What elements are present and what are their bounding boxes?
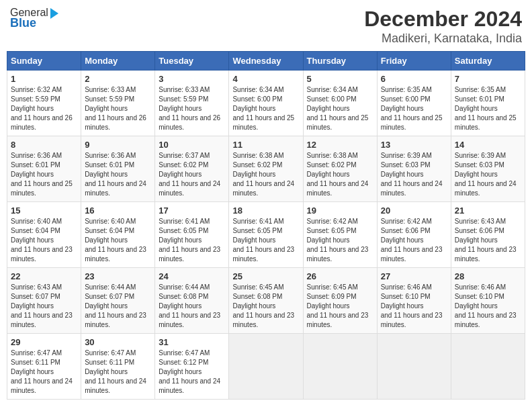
calendar-cell: 17 Sunrise: 6:41 AM Sunset: 6:05 PM Dayl…	[155, 202, 229, 268]
calendar-cell: 26 Sunrise: 6:45 AM Sunset: 6:09 PM Dayl…	[303, 268, 377, 334]
calendar-week-2: 8 Sunrise: 6:36 AM Sunset: 6:01 PM Dayli…	[7, 136, 525, 202]
title-block: December 2024 Madikeri, Karnataka, India	[364, 7, 522, 46]
logo-blue-text: Blue	[10, 16, 36, 30]
calendar-cell	[451, 334, 525, 400]
page-header: General Blue December 2024 Madikeri, Kar…	[7, 7, 525, 46]
calendar-cell: 20 Sunrise: 6:42 AM Sunset: 6:06 PM Dayl…	[377, 202, 451, 268]
location-title: Madikeri, Karnataka, India	[364, 32, 522, 46]
logo: General Blue	[10, 7, 58, 30]
calendar-cell: 2 Sunrise: 6:33 AM Sunset: 5:59 PM Dayli…	[81, 71, 155, 136]
day-number: 1	[11, 74, 77, 84]
calendar-cell: 10 Sunrise: 6:37 AM Sunset: 6:02 PM Dayl…	[155, 136, 229, 202]
month-title: December 2024	[364, 7, 522, 32]
day-info: Sunrise: 6:36 AM Sunset: 6:01 PM Dayligh…	[11, 151, 77, 198]
calendar-week-3: 15 Sunrise: 6:40 AM Sunset: 6:04 PM Dayl…	[7, 202, 525, 268]
day-number: 2	[85, 74, 151, 84]
day-number: 4	[232, 74, 299, 84]
day-number: 16	[85, 205, 151, 216]
day-info: Sunrise: 6:33 AM Sunset: 5:59 PM Dayligh…	[159, 85, 225, 132]
day-number: 15	[11, 205, 77, 216]
calendar-cell: 22 Sunrise: 6:43 AM Sunset: 6:07 PM Dayl…	[7, 268, 81, 334]
calendar-cell: 23 Sunrise: 6:44 AM Sunset: 6:07 PM Dayl…	[81, 268, 155, 334]
day-number: 21	[455, 205, 521, 216]
calendar-cell: 15 Sunrise: 6:40 AM Sunset: 6:04 PM Dayl…	[7, 202, 81, 268]
calendar-cell: 31 Sunrise: 6:47 AM Sunset: 6:12 PM Dayl…	[155, 334, 229, 400]
day-number: 28	[455, 271, 521, 281]
day-info: Sunrise: 6:47 AM Sunset: 6:11 PM Dayligh…	[11, 349, 77, 396]
day-number: 14	[455, 140, 521, 150]
calendar-week-5: 29 Sunrise: 6:47 AM Sunset: 6:11 PM Dayl…	[7, 334, 525, 400]
calendar-table: SundayMondayTuesdayWednesdayThursdayFrid…	[7, 51, 525, 400]
day-info: Sunrise: 6:33 AM Sunset: 5:59 PM Dayligh…	[85, 85, 151, 132]
calendar-cell	[229, 334, 303, 400]
calendar-header-row: SundayMondayTuesdayWednesdayThursdayFrid…	[7, 52, 525, 71]
day-info: Sunrise: 6:44 AM Sunset: 6:07 PM Dayligh…	[85, 283, 151, 330]
day-info: Sunrise: 6:38 AM Sunset: 6:02 PM Dayligh…	[232, 151, 299, 198]
day-number: 8	[11, 140, 77, 150]
day-number: 18	[232, 205, 299, 216]
calendar-cell: 1 Sunrise: 6:32 AM Sunset: 5:59 PM Dayli…	[7, 71, 81, 136]
calendar-cell: 28 Sunrise: 6:46 AM Sunset: 6:10 PM Dayl…	[451, 268, 525, 334]
day-info: Sunrise: 6:34 AM Sunset: 6:00 PM Dayligh…	[307, 85, 373, 132]
day-info: Sunrise: 6:44 AM Sunset: 6:08 PM Dayligh…	[159, 283, 225, 330]
day-number: 10	[159, 140, 225, 150]
calendar-cell	[303, 334, 377, 400]
calendar-cell: 30 Sunrise: 6:47 AM Sunset: 6:11 PM Dayl…	[81, 334, 155, 400]
day-info: Sunrise: 6:41 AM Sunset: 6:05 PM Dayligh…	[159, 217, 225, 264]
day-number: 20	[381, 205, 447, 216]
day-info: Sunrise: 6:45 AM Sunset: 6:09 PM Dayligh…	[307, 283, 373, 330]
day-info: Sunrise: 6:47 AM Sunset: 6:12 PM Dayligh…	[159, 349, 225, 396]
calendar-cell: 3 Sunrise: 6:33 AM Sunset: 5:59 PM Dayli…	[155, 71, 229, 136]
day-info: Sunrise: 6:41 AM Sunset: 6:05 PM Dayligh…	[232, 217, 299, 264]
day-number: 17	[159, 205, 225, 216]
day-info: Sunrise: 6:40 AM Sunset: 6:04 PM Dayligh…	[11, 217, 77, 264]
column-header-wednesday: Wednesday	[229, 52, 303, 71]
day-info: Sunrise: 6:43 AM Sunset: 6:06 PM Dayligh…	[455, 217, 521, 264]
day-number: 22	[11, 271, 77, 281]
calendar-cell: 19 Sunrise: 6:42 AM Sunset: 6:05 PM Dayl…	[303, 202, 377, 268]
calendar-cell: 6 Sunrise: 6:35 AM Sunset: 6:00 PM Dayli…	[377, 71, 451, 136]
calendar-cell: 5 Sunrise: 6:34 AM Sunset: 6:00 PM Dayli…	[303, 71, 377, 136]
day-info: Sunrise: 6:38 AM Sunset: 6:02 PM Dayligh…	[307, 151, 373, 198]
day-info: Sunrise: 6:42 AM Sunset: 6:06 PM Dayligh…	[381, 217, 447, 264]
day-number: 5	[307, 74, 373, 84]
column-header-friday: Friday	[377, 52, 451, 71]
calendar-cell: 24 Sunrise: 6:44 AM Sunset: 6:08 PM Dayl…	[155, 268, 229, 334]
day-info: Sunrise: 6:45 AM Sunset: 6:08 PM Dayligh…	[232, 283, 299, 330]
calendar-cell: 12 Sunrise: 6:38 AM Sunset: 6:02 PM Dayl…	[303, 136, 377, 202]
day-info: Sunrise: 6:39 AM Sunset: 6:03 PM Dayligh…	[455, 151, 521, 198]
day-number: 25	[232, 271, 299, 281]
column-header-thursday: Thursday	[303, 52, 377, 71]
day-number: 9	[85, 140, 151, 150]
day-number: 23	[85, 271, 151, 281]
day-info: Sunrise: 6:42 AM Sunset: 6:05 PM Dayligh…	[307, 217, 373, 264]
calendar-cell: 11 Sunrise: 6:38 AM Sunset: 6:02 PM Dayl…	[229, 136, 303, 202]
calendar-cell: 9 Sunrise: 6:36 AM Sunset: 6:01 PM Dayli…	[81, 136, 155, 202]
day-info: Sunrise: 6:35 AM Sunset: 6:00 PM Dayligh…	[381, 85, 447, 132]
day-number: 19	[307, 205, 373, 216]
day-info: Sunrise: 6:47 AM Sunset: 6:11 PM Dayligh…	[85, 349, 151, 396]
day-number: 11	[232, 140, 299, 150]
column-header-monday: Monday	[81, 52, 155, 71]
calendar-cell	[377, 334, 451, 400]
calendar-week-1: 1 Sunrise: 6:32 AM Sunset: 5:59 PM Dayli…	[7, 71, 525, 136]
day-info: Sunrise: 6:40 AM Sunset: 6:04 PM Dayligh…	[85, 217, 151, 264]
day-number: 12	[307, 140, 373, 150]
day-number: 7	[455, 74, 521, 84]
calendar-cell: 18 Sunrise: 6:41 AM Sunset: 6:05 PM Dayl…	[229, 202, 303, 268]
column-header-tuesday: Tuesday	[155, 52, 229, 71]
day-number: 6	[381, 74, 447, 84]
calendar-cell: 16 Sunrise: 6:40 AM Sunset: 6:04 PM Dayl…	[81, 202, 155, 268]
calendar-cell: 7 Sunrise: 6:35 AM Sunset: 6:01 PM Dayli…	[451, 71, 525, 136]
day-number: 27	[381, 271, 447, 281]
day-info: Sunrise: 6:39 AM Sunset: 6:03 PM Dayligh…	[381, 151, 447, 198]
logo-arrow-icon	[50, 8, 58, 19]
day-number: 26	[307, 271, 373, 281]
day-info: Sunrise: 6:36 AM Sunset: 6:01 PM Dayligh…	[85, 151, 151, 198]
day-info: Sunrise: 6:46 AM Sunset: 6:10 PM Dayligh…	[455, 283, 521, 330]
day-info: Sunrise: 6:34 AM Sunset: 6:00 PM Dayligh…	[232, 85, 299, 132]
day-info: Sunrise: 6:43 AM Sunset: 6:07 PM Dayligh…	[11, 283, 77, 330]
day-info: Sunrise: 6:32 AM Sunset: 5:59 PM Dayligh…	[11, 85, 77, 132]
calendar-cell: 21 Sunrise: 6:43 AM Sunset: 6:06 PM Dayl…	[451, 202, 525, 268]
day-number: 13	[381, 140, 447, 150]
